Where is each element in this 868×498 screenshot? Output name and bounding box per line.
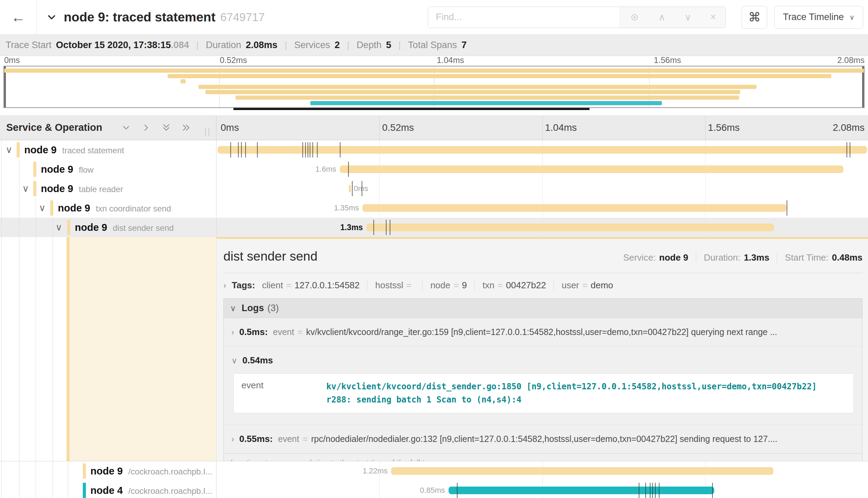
minimap-scroll-thumb[interactable] — [233, 108, 589, 110]
span-row-timeline-cell[interactable]: 1.22ms — [216, 461, 868, 481]
span-color-bar — [67, 220, 70, 235]
span-duration-bar[interactable] — [362, 204, 787, 212]
clear-find-icon[interactable]: × — [710, 12, 716, 22]
find-tools: ∧ ∨ × — [620, 7, 725, 28]
span-duration-label: 1.35ms — [334, 203, 359, 212]
keyboard-shortcuts-button[interactable]: ⌘ — [742, 6, 767, 29]
log-entry[interactable]: ›0.5ms:event=kv/kvclient/kvcoord/range_i… — [224, 318, 862, 346]
minimap-span-bar — [236, 96, 739, 100]
span-row-name-cell[interactable]: node 9flow — [0, 160, 216, 179]
span-duration-bar[interactable] — [449, 487, 714, 494]
span-row[interactable]: node 4/cockroach.roachpb.I...0.85ms — [0, 481, 868, 498]
span-expander-icon[interactable]: ∨ — [39, 202, 46, 214]
span-expander-icon[interactable]: ∨ — [22, 183, 29, 194]
ruler-gridline — [705, 115, 706, 140]
collapse-one-icon[interactable] — [121, 123, 131, 133]
span-row-name-cell[interactable]: ∨node 9table reader — [0, 179, 216, 198]
span-row-timeline-cell[interactable]: 1.6ms — [216, 160, 868, 179]
page-header: ← node 9: traced statement 6749717 ∧ ∨ × — [0, 0, 868, 35]
span-row[interactable]: ∨node 9table reader0ms — [0, 179, 868, 198]
span-detail-indent — [0, 237, 216, 461]
span-detail-meta: Service: node 9 Duration: 1.3ms Start Ti… — [623, 252, 862, 263]
span-row[interactable]: node 9/cockroach.roachpb.I...1.22ms — [0, 461, 868, 481]
expand-one-icon[interactable] — [141, 123, 151, 133]
log-marker-tick — [373, 220, 374, 235]
span-color-bar — [83, 463, 86, 479]
next-match-icon[interactable]: ∨ — [684, 12, 691, 23]
span-duration-bar[interactable] — [340, 165, 843, 173]
axis-tick-label: 0.52ms — [220, 55, 247, 65]
tag-pill[interactable]: hostssl= — [367, 280, 423, 291]
operation-name: flow — [79, 165, 94, 174]
log-marker-tick — [308, 142, 308, 157]
span-row-timeline-cell[interactable] — [216, 140, 868, 160]
tree-depth-guide — [36, 218, 36, 237]
meta-separator — [777, 253, 777, 263]
span-row-name-cell[interactable]: ∨node 9txn coordinator send — [0, 198, 216, 218]
span-duration-bar[interactable] — [349, 185, 351, 192]
span-row-name-cell[interactable]: ∨node 9dist sender send — [0, 218, 216, 237]
tag-pill[interactable]: user=demo — [554, 280, 621, 291]
tree-depth-guide — [1, 198, 2, 218]
column-resizer-handle[interactable] — [205, 128, 209, 136]
span-duration-bar[interactable] — [218, 146, 867, 154]
span-row-timeline-cell[interactable]: 0.85ms — [216, 481, 868, 498]
find-input[interactable] — [428, 7, 620, 28]
span-expander-icon[interactable]: ∨ — [6, 144, 12, 155]
collapse-all-icon[interactable] — [161, 123, 171, 133]
stat-separator: | — [347, 40, 349, 50]
log-marker-tick — [230, 142, 231, 157]
stat-label: Total Spans — [408, 40, 457, 51]
title-expander-icon[interactable] — [46, 11, 57, 23]
span-row[interactable]: node 9flow1.6ms — [0, 160, 868, 179]
axis-tick-label: 0ms — [4, 55, 20, 65]
log-marker-tick — [390, 220, 390, 235]
chevron-down-icon: ∨ — [230, 304, 236, 313]
span-row-label: node 9traced statement — [24, 144, 124, 156]
prev-match-icon[interactable]: ∧ — [658, 12, 665, 23]
trace-view-selector[interactable]: Trace Timeline ∨ — [774, 6, 863, 29]
find-control: ∧ ∨ × — [428, 7, 726, 28]
span-row[interactable]: ∨node 9traced statement — [0, 140, 868, 160]
trace-minimap: 0ms0.52ms1.04ms1.56ms2.08ms — [0, 56, 868, 115]
span-row-name-cell[interactable]: ∨node 9traced statement — [0, 140, 216, 160]
expand-all-icon[interactable] — [181, 123, 192, 133]
minimap-canvas[interactable] — [3, 66, 865, 108]
axis-tick-label: 1.04ms — [545, 122, 577, 133]
span-expander-icon[interactable]: ∨ — [55, 222, 62, 233]
service-operation-header: Service & Operation — [0, 115, 216, 140]
span-color-bar — [50, 200, 53, 216]
tag-equals: = — [286, 280, 291, 290]
stat-label: Duration — [206, 40, 241, 51]
tags-accordion[interactable]: › Tags: client=127.0.0.1:54582hostssl=no… — [223, 280, 862, 291]
span-row-timeline-cell[interactable]: 1.35ms — [216, 198, 868, 218]
span-row[interactable]: ∨node 9dist sender send1.3ms — [0, 218, 868, 237]
tree-depth-guide — [1, 160, 2, 179]
tree-depth-guide — [36, 198, 36, 218]
span-duration-bar[interactable] — [366, 224, 774, 231]
tree-depth-guide — [53, 218, 53, 237]
tag-pill[interactable]: txn=00427b22 — [475, 280, 554, 291]
tag-key: hostssl — [375, 280, 403, 290]
span-row-timeline-cell[interactable]: 0ms — [216, 179, 868, 198]
service-name: node 4 — [90, 485, 123, 496]
tag-equals: = — [498, 280, 503, 290]
log-entry[interactable]: ∨0.54mseventkv/kvclient/kvcoord/dist_sen… — [224, 346, 862, 425]
span-row-name-cell[interactable]: node 9/cockroach.roachpb.I... — [0, 461, 216, 481]
span-color-bar — [33, 181, 36, 196]
stat-item: Trace StartOctober 15 2020, 17:38:15.084 — [6, 40, 189, 51]
span-row-name-cell[interactable]: node 4/cockroach.roachpb.I... — [0, 481, 216, 498]
log-entry[interactable]: ›0.55ms:event=rpc/nodedialer/nodedialer.… — [224, 425, 862, 453]
log-marker-tick — [659, 483, 659, 498]
focus-match-icon[interactable] — [630, 12, 639, 22]
header-controls: ∧ ∨ × ⌘ Trace Timeline ∨ — [428, 6, 863, 29]
tag-pill[interactable]: node=9 — [423, 280, 475, 291]
span-duration-bar[interactable] — [391, 467, 773, 475]
log-field-value: rpc/nodedialer/nodedialer.go:132 [n9,cli… — [311, 434, 777, 444]
logs-header[interactable]: ∨ Logs (3) — [224, 299, 862, 318]
tag-pill[interactable]: client=127.0.0.1:54582 — [262, 280, 367, 291]
span-row[interactable]: ∨node 9txn coordinator send1.35ms — [0, 198, 868, 218]
back-button[interactable]: ← — [0, 0, 37, 34]
operation-name: traced statement — [62, 146, 124, 155]
span-row-timeline-cell[interactable]: 1.3ms — [216, 218, 868, 237]
